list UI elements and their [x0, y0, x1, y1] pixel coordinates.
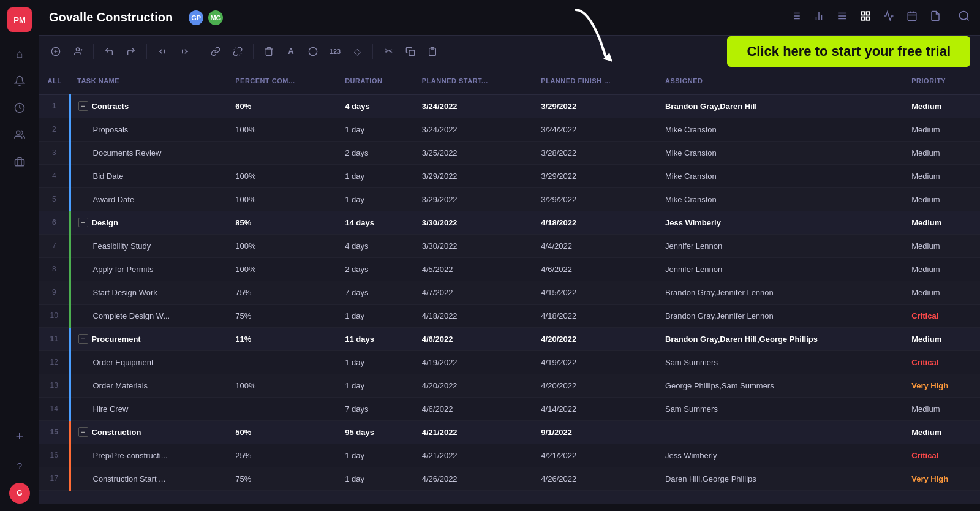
table-row[interactable]: 8Apply for Permits100%2 days4/5/20224/6/… [39, 257, 980, 281]
app-logo[interactable]: PM [7, 7, 32, 32]
assigned: George Phillips,Sam Summers [658, 374, 904, 397]
diamond-button[interactable]: ◇ [348, 42, 366, 61]
task-name-cell[interactable]: −Design [70, 211, 228, 234]
table-row[interactable]: 17Construction Start ...75%1 day4/26/202… [39, 467, 980, 490]
assigned: Brandon Gray,Jennifer Lennon [658, 304, 904, 327]
col-planned-start[interactable]: PLANNED START... [415, 67, 534, 94]
sidebar-item-help[interactable]: ? [7, 453, 32, 478]
planned-finish: 4/20/2022 [533, 327, 658, 350]
grid-view-icon[interactable] [860, 10, 871, 25]
align-view-icon[interactable] [837, 10, 848, 25]
table-row[interactable]: 11−Procurement11%11 days4/6/20224/20/202… [39, 327, 980, 350]
duration: 4 days [337, 234, 415, 257]
task-name-cell[interactable]: −Construction [70, 420, 228, 444]
task-name-cell[interactable]: Apply for Permits [70, 257, 228, 281]
add-task-button[interactable] [47, 42, 65, 61]
table-row[interactable]: 10Complete Design W...75%1 day4/18/20224… [39, 304, 980, 327]
group-toggle[interactable]: − [78, 218, 88, 227]
sidebar-item-time[interactable] [7, 96, 32, 120]
sidebar-item-add[interactable]: + [7, 424, 32, 449]
task-name-cell[interactable]: −Contracts [70, 94, 228, 118]
copy-button[interactable] [401, 42, 420, 61]
row-number: 9 [39, 281, 70, 304]
bars-view-icon[interactable] [813, 10, 824, 25]
table-row[interactable]: 14Hire Crew7 days4/6/20224/14/2022Sam Su… [39, 397, 980, 420]
task-name-cell[interactable]: Award Date [70, 187, 228, 211]
table-row[interactable]: 13Order Materials100%1 day4/20/20224/20/… [39, 374, 980, 397]
sidebar-item-team[interactable] [7, 123, 32, 147]
duration: 4 days [337, 94, 415, 118]
cut-button[interactable]: ✂ [379, 42, 398, 61]
task-name-text: Award Date [93, 195, 135, 204]
calendar-icon[interactable] [907, 10, 918, 25]
task-name-cell[interactable]: Hire Crew [70, 397, 228, 420]
col-percent[interactable]: PERCENT COM... [228, 67, 337, 94]
table-row[interactable]: 7Feasibility Study100%4 days3/30/20224/4… [39, 234, 980, 257]
planned-finish: 4/18/2022 [533, 211, 658, 234]
sidebar: PM ⌂ + ? G [0, 0, 39, 511]
planned-start: 4/26/2022 [415, 467, 534, 490]
font-button[interactable]: A [282, 42, 300, 61]
add-person-button[interactable] [69, 42, 87, 61]
table-row[interactable]: 6−Design85%14 days3/30/20224/18/2022Jess… [39, 211, 980, 234]
col-all[interactable]: ALL [39, 67, 70, 94]
sidebar-item-home[interactable]: ⌂ [7, 42, 32, 66]
redo-button[interactable] [122, 42, 140, 61]
group-toggle[interactable]: − [78, 101, 88, 111]
group-toggle[interactable]: − [78, 334, 88, 344]
table-row[interactable]: 12Order Equipment1 day4/19/20224/19/2022… [39, 350, 980, 374]
link-button[interactable] [206, 42, 225, 61]
table-row[interactable]: 5Award Date100%1 day3/29/20223/29/2022Mi… [39, 187, 980, 211]
priority: Very High [904, 467, 980, 490]
col-planned-finish[interactable]: PLANNED FINISH ... [533, 67, 658, 94]
sidebar-item-briefcase[interactable] [7, 150, 32, 174]
shape-button[interactable] [304, 42, 322, 61]
table-row[interactable]: 15−Construction50%95 days4/21/20229/1/20… [39, 420, 980, 444]
planned-start: 3/25/2022 [415, 141, 534, 164]
table-row[interactable]: 4Bid Date100%1 day3/29/20223/29/2022Mike… [39, 164, 980, 187]
sidebar-user-avatar[interactable]: G [9, 483, 30, 504]
undo-button[interactable] [100, 42, 118, 61]
task-name-cell[interactable]: Feasibility Study [70, 234, 228, 257]
col-task-name[interactable]: TASK NAME [70, 67, 228, 94]
task-name-cell[interactable]: Start Design Work [70, 281, 228, 304]
task-name-cell[interactable]: Prep/Pre-constructi... [70, 444, 228, 467]
task-name-cell[interactable]: Bid Date [70, 164, 228, 187]
table-row[interactable]: 3Documents Review2 days3/25/20223/28/202… [39, 141, 980, 164]
delete-button[interactable] [260, 42, 278, 61]
row-number: 2 [39, 118, 70, 141]
task-name-cell[interactable]: Order Equipment [70, 350, 228, 374]
col-assigned[interactable]: ASSIGNED [658, 67, 904, 94]
task-name-cell[interactable]: Order Materials [70, 374, 228, 397]
file-icon[interactable] [930, 10, 941, 25]
group-toggle[interactable]: − [78, 427, 88, 437]
table-row[interactable]: 1−Contracts60%4 days3/24/20223/29/2022Br… [39, 94, 980, 118]
svg-rect-17 [867, 17, 870, 20]
search-icon[interactable] [958, 10, 970, 25]
indent-right-button[interactable] [175, 42, 194, 61]
planned-start: 3/30/2022 [415, 211, 534, 234]
sidebar-item-notifications[interactable] [7, 69, 32, 93]
table-row[interactable]: 9Start Design Work75%7 days4/7/20224/15/… [39, 281, 980, 304]
indent-left-button[interactable] [153, 42, 172, 61]
task-name-cell[interactable]: Proposals [70, 118, 228, 141]
table-header-row: ALL TASK NAME PERCENT COM... DURATION PL… [39, 67, 980, 94]
task-name-cell[interactable]: Construction Start ... [70, 467, 228, 490]
task-name-cell[interactable]: Complete Design W... [70, 304, 228, 327]
col-priority[interactable]: PRIORITY [904, 67, 980, 94]
task-name-text: Design [92, 218, 118, 227]
table-row[interactable]: 2Proposals100%1 day3/24/20223/24/2022Mik… [39, 118, 980, 141]
col-duration[interactable]: DURATION [337, 67, 415, 94]
list-view-icon[interactable] [790, 10, 801, 25]
duration: 2 days [337, 257, 415, 281]
horizontal-scrollbar[interactable] [39, 504, 980, 511]
paste-button[interactable] [423, 42, 442, 61]
number-format-button[interactable]: 123 [326, 42, 344, 61]
task-name-cell[interactable]: −Procurement [70, 327, 228, 350]
task-name-text: Construction Start ... [93, 474, 166, 483]
unlink-button[interactable] [228, 42, 247, 61]
task-name-cell[interactable]: Documents Review [70, 141, 228, 164]
table-row[interactable]: 16Prep/Pre-constructi...25%1 day4/21/202… [39, 444, 980, 467]
pulse-icon[interactable] [883, 10, 894, 25]
free-trial-banner[interactable]: Click here to start your free trial [727, 36, 970, 67]
